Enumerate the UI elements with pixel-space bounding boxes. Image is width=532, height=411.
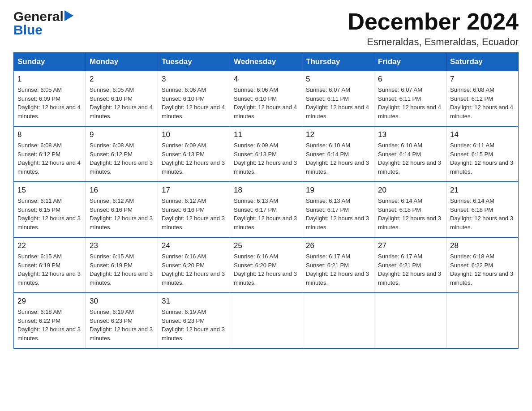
day-info: Sunrise: 6:18 AMSunset: 6:22 PMDaylight:… bbox=[450, 253, 513, 286]
day-info: Sunrise: 6:05 AMSunset: 6:09 PMDaylight:… bbox=[17, 86, 81, 120]
day-info: Sunrise: 6:05 AMSunset: 6:10 PMDaylight:… bbox=[90, 86, 153, 120]
calendar-cell bbox=[230, 293, 302, 348]
logo-blue-text: Blue bbox=[13, 22, 43, 38]
calendar-cell bbox=[302, 293, 374, 348]
day-info: Sunrise: 6:16 AMSunset: 6:20 PMDaylight:… bbox=[162, 253, 225, 286]
month-title: December 2024 bbox=[348, 9, 519, 34]
calendar-cell: 21 Sunrise: 6:14 AMSunset: 6:18 PMDaylig… bbox=[446, 182, 519, 237]
day-number: 23 bbox=[90, 241, 154, 250]
calendar-cell: 4 Sunrise: 6:06 AMSunset: 6:10 PMDayligh… bbox=[230, 71, 302, 127]
calendar-cell: 1 Sunrise: 6:05 AMSunset: 6:09 PMDayligh… bbox=[14, 71, 86, 127]
day-info: Sunrise: 6:17 AMSunset: 6:21 PMDaylight:… bbox=[378, 253, 441, 286]
calendar-cell: 12 Sunrise: 6:10 AMSunset: 6:14 PMDaylig… bbox=[302, 126, 374, 182]
day-number: 18 bbox=[234, 186, 298, 195]
week-row-2: 8 Sunrise: 6:08 AMSunset: 6:12 PMDayligh… bbox=[14, 126, 519, 182]
day-number: 16 bbox=[90, 186, 154, 195]
col-header-wednesday: Wednesday bbox=[230, 53, 302, 71]
day-info: Sunrise: 6:13 AMSunset: 6:17 PMDaylight:… bbox=[234, 197, 297, 231]
day-number: 17 bbox=[162, 186, 226, 195]
calendar-cell: 9 Sunrise: 6:08 AMSunset: 6:12 PMDayligh… bbox=[86, 126, 158, 182]
page-header: General Blue December 2024 Esmeraldas, E… bbox=[13, 9, 519, 48]
day-info: Sunrise: 6:07 AMSunset: 6:11 PMDaylight:… bbox=[378, 86, 441, 120]
day-number: 19 bbox=[306, 186, 370, 195]
day-info: Sunrise: 6:18 AMSunset: 6:22 PMDaylight:… bbox=[17, 308, 81, 342]
calendar-cell: 19 Sunrise: 6:13 AMSunset: 6:17 PMDaylig… bbox=[302, 182, 374, 237]
day-info: Sunrise: 6:12 AMSunset: 6:16 PMDaylight:… bbox=[90, 197, 153, 231]
day-info: Sunrise: 6:08 AMSunset: 6:12 PMDaylight:… bbox=[17, 142, 81, 175]
calendar-cell: 28 Sunrise: 6:18 AMSunset: 6:22 PMDaylig… bbox=[446, 237, 519, 293]
day-info: Sunrise: 6:15 AMSunset: 6:19 PMDaylight:… bbox=[90, 253, 153, 286]
day-number: 24 bbox=[162, 241, 226, 250]
day-info: Sunrise: 6:09 AMSunset: 6:13 PMDaylight:… bbox=[162, 142, 225, 175]
day-number: 25 bbox=[234, 241, 298, 250]
calendar-cell: 20 Sunrise: 6:14 AMSunset: 6:18 PMDaylig… bbox=[374, 182, 446, 237]
day-number: 4 bbox=[234, 75, 298, 84]
day-number: 22 bbox=[17, 241, 82, 250]
week-row-3: 15 Sunrise: 6:11 AMSunset: 6:15 PMDaylig… bbox=[14, 182, 519, 237]
day-info: Sunrise: 6:06 AMSunset: 6:10 PMDaylight:… bbox=[162, 86, 225, 120]
calendar-cell: 29 Sunrise: 6:18 AMSunset: 6:22 PMDaylig… bbox=[14, 293, 86, 348]
day-number: 30 bbox=[90, 297, 154, 306]
calendar-table: SundayMondayTuesdayWednesdayThursdayFrid… bbox=[13, 52, 519, 349]
logo-general-text: General bbox=[13, 9, 64, 24]
logo-arrow-icon bbox=[64, 10, 73, 21]
day-info: Sunrise: 6:16 AMSunset: 6:20 PMDaylight:… bbox=[234, 253, 297, 286]
col-header-monday: Monday bbox=[86, 53, 158, 71]
calendar-cell: 14 Sunrise: 6:11 AMSunset: 6:15 PMDaylig… bbox=[446, 126, 519, 182]
col-header-saturday: Saturday bbox=[446, 53, 519, 71]
calendar-cell: 24 Sunrise: 6:16 AMSunset: 6:20 PMDaylig… bbox=[158, 237, 230, 293]
day-info: Sunrise: 6:19 AMSunset: 6:23 PMDaylight:… bbox=[90, 308, 153, 342]
calendar-cell: 2 Sunrise: 6:05 AMSunset: 6:10 PMDayligh… bbox=[86, 71, 158, 127]
col-header-thursday: Thursday bbox=[302, 53, 374, 71]
calendar-cell: 10 Sunrise: 6:09 AMSunset: 6:13 PMDaylig… bbox=[158, 126, 230, 182]
calendar-cell: 5 Sunrise: 6:07 AMSunset: 6:11 PMDayligh… bbox=[302, 71, 374, 127]
day-info: Sunrise: 6:11 AMSunset: 6:15 PMDaylight:… bbox=[450, 142, 513, 175]
day-number: 15 bbox=[17, 186, 82, 195]
calendar-cell: 13 Sunrise: 6:10 AMSunset: 6:14 PMDaylig… bbox=[374, 126, 446, 182]
day-info: Sunrise: 6:14 AMSunset: 6:18 PMDaylight:… bbox=[378, 197, 441, 231]
calendar-cell bbox=[374, 293, 446, 348]
day-info: Sunrise: 6:12 AMSunset: 6:16 PMDaylight:… bbox=[162, 197, 225, 231]
calendar-cell: 18 Sunrise: 6:13 AMSunset: 6:17 PMDaylig… bbox=[230, 182, 302, 237]
day-number: 5 bbox=[306, 75, 370, 84]
day-number: 3 bbox=[162, 75, 226, 84]
day-info: Sunrise: 6:07 AMSunset: 6:11 PMDaylight:… bbox=[306, 86, 369, 120]
day-number: 29 bbox=[17, 297, 82, 306]
day-number: 31 bbox=[162, 297, 226, 306]
location-subtitle: Esmeraldas, Esmeraldas, Ecuador bbox=[348, 36, 519, 48]
calendar-cell: 27 Sunrise: 6:17 AMSunset: 6:21 PMDaylig… bbox=[374, 237, 446, 293]
calendar-cell: 15 Sunrise: 6:11 AMSunset: 6:15 PMDaylig… bbox=[14, 182, 86, 237]
day-info: Sunrise: 6:14 AMSunset: 6:18 PMDaylight:… bbox=[450, 197, 513, 231]
day-info: Sunrise: 6:08 AMSunset: 6:12 PMDaylight:… bbox=[450, 86, 513, 120]
day-info: Sunrise: 6:09 AMSunset: 6:13 PMDaylight:… bbox=[234, 142, 297, 175]
calendar-cell: 23 Sunrise: 6:15 AMSunset: 6:19 PMDaylig… bbox=[86, 237, 158, 293]
calendar-cell: 17 Sunrise: 6:12 AMSunset: 6:16 PMDaylig… bbox=[158, 182, 230, 237]
day-number: 28 bbox=[450, 241, 515, 250]
col-header-friday: Friday bbox=[374, 53, 446, 71]
day-info: Sunrise: 6:13 AMSunset: 6:17 PMDaylight:… bbox=[306, 197, 369, 231]
calendar-cell bbox=[446, 293, 519, 348]
calendar-cell: 30 Sunrise: 6:19 AMSunset: 6:23 PMDaylig… bbox=[86, 293, 158, 348]
day-number: 26 bbox=[306, 241, 370, 250]
calendar-cell: 31 Sunrise: 6:19 AMSunset: 6:23 PMDaylig… bbox=[158, 293, 230, 348]
day-info: Sunrise: 6:10 AMSunset: 6:14 PMDaylight:… bbox=[378, 142, 441, 175]
week-row-4: 22 Sunrise: 6:15 AMSunset: 6:19 PMDaylig… bbox=[14, 237, 519, 293]
day-number: 1 bbox=[17, 75, 82, 84]
calendar-cell: 11 Sunrise: 6:09 AMSunset: 6:13 PMDaylig… bbox=[230, 126, 302, 182]
week-row-5: 29 Sunrise: 6:18 AMSunset: 6:22 PMDaylig… bbox=[14, 293, 519, 348]
calendar-cell: 22 Sunrise: 6:15 AMSunset: 6:19 PMDaylig… bbox=[14, 237, 86, 293]
day-info: Sunrise: 6:17 AMSunset: 6:21 PMDaylight:… bbox=[306, 253, 369, 286]
day-number: 8 bbox=[17, 130, 82, 139]
day-number: 20 bbox=[378, 186, 442, 195]
col-header-tuesday: Tuesday bbox=[158, 53, 230, 71]
calendar-cell: 16 Sunrise: 6:12 AMSunset: 6:16 PMDaylig… bbox=[86, 182, 158, 237]
day-number: 14 bbox=[450, 130, 515, 139]
day-info: Sunrise: 6:08 AMSunset: 6:12 PMDaylight:… bbox=[90, 142, 153, 175]
calendar-cell: 7 Sunrise: 6:08 AMSunset: 6:12 PMDayligh… bbox=[446, 71, 519, 127]
calendar-cell: 25 Sunrise: 6:16 AMSunset: 6:20 PMDaylig… bbox=[230, 237, 302, 293]
day-number: 10 bbox=[162, 130, 226, 139]
day-number: 11 bbox=[234, 130, 298, 139]
week-row-1: 1 Sunrise: 6:05 AMSunset: 6:09 PMDayligh… bbox=[14, 71, 519, 127]
calendar-cell: 3 Sunrise: 6:06 AMSunset: 6:10 PMDayligh… bbox=[158, 71, 230, 127]
day-number: 7 bbox=[450, 75, 515, 84]
